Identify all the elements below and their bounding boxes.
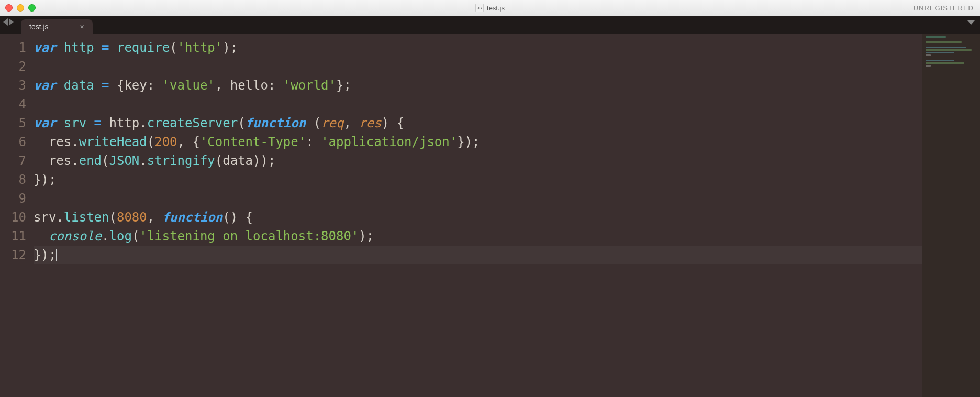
line-number: 1 — [0, 38, 34, 57]
line-number: 2 — [0, 57, 34, 76]
window-title: JS test.js — [475, 4, 505, 12]
line-number-gutter: 123456789101112 — [0, 34, 34, 397]
tab-bar: test.js × — [0, 16, 980, 34]
code-line[interactable] — [34, 95, 980, 114]
minimap[interactable] — [922, 34, 980, 397]
close-window-button[interactable] — [5, 4, 13, 12]
traffic-lights — [0, 4, 36, 12]
line-number: 6 — [0, 133, 34, 151]
code-content[interactable]: var http = require('http'); var data = {… — [34, 34, 980, 397]
code-line[interactable]: srv.listen(8080, function() { — [34, 208, 980, 227]
line-number: 4 — [0, 95, 34, 114]
line-number: 12 — [0, 246, 34, 264]
tab-close-button[interactable]: × — [80, 23, 84, 30]
line-number: 5 — [0, 114, 34, 133]
text-cursor — [56, 249, 57, 261]
nav-forward-button[interactable] — [9, 18, 14, 26]
line-number: 9 — [0, 189, 34, 208]
line-number: 10 — [0, 208, 34, 227]
tab-test-js[interactable]: test.js × — [21, 19, 93, 34]
registration-status: UNREGISTERED — [914, 4, 974, 12]
code-line[interactable]: var http = require('http'); — [34, 38, 980, 57]
tab-overflow-button[interactable] — [967, 20, 975, 25]
minimize-window-button[interactable] — [17, 4, 24, 12]
zoom-window-button[interactable] — [28, 4, 36, 12]
line-number: 7 — [0, 151, 34, 170]
code-line[interactable]: res.end(JSON.stringify(data)); — [34, 151, 980, 170]
code-line[interactable] — [34, 189, 980, 208]
code-line[interactable] — [34, 57, 980, 76]
line-number: 11 — [0, 227, 34, 246]
js-file-icon: JS — [475, 4, 484, 12]
line-number: 3 — [0, 76, 34, 95]
line-number: 8 — [0, 170, 34, 189]
history-nav — [3, 13, 17, 34]
minimap-preview — [926, 36, 977, 68]
code-line[interactable]: }); — [34, 246, 980, 264]
code-line[interactable]: var data = {key: 'value', hello: 'world'… — [34, 76, 980, 95]
nav-back-button[interactable] — [3, 18, 8, 26]
code-line[interactable]: var srv = http.createServer(function (re… — [34, 114, 980, 133]
code-line[interactable]: console.log('listening on localhost:8080… — [34, 227, 980, 246]
tab-label: test.js — [29, 23, 49, 31]
code-line[interactable]: res.writeHead(200, {'Content-Type': 'app… — [34, 133, 980, 151]
code-line[interactable]: }); — [34, 170, 980, 189]
window-title-text: test.js — [487, 4, 505, 12]
editor-area[interactable]: 123456789101112 var http = require('http… — [0, 34, 980, 397]
window-titlebar: JS test.js UNREGISTERED — [0, 0, 980, 16]
